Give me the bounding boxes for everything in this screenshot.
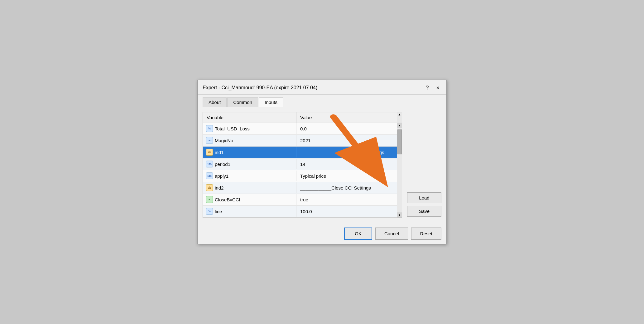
scroll-track bbox=[397, 128, 402, 213]
table-row[interactable]: 123 MagicNo 2021 bbox=[203, 135, 402, 147]
row-variable: ab ind2 bbox=[203, 182, 296, 193]
title-bar: Expert - Cci_Mahmoud1990-EA (expire 2021… bbox=[198, 80, 446, 95]
content-area: Variable Value ▲ ½ Total_USD_Loss 0.0 bbox=[198, 107, 446, 223]
row-value: 100.0 bbox=[296, 207, 402, 216]
dialog-window: Expert - Cci_Mahmoud1990-EA (expire 2021… bbox=[197, 80, 447, 244]
type-icon-v2: ½ bbox=[206, 125, 213, 132]
tab-common[interactable]: Common bbox=[227, 97, 258, 107]
type-icon-123: 123 bbox=[206, 172, 213, 179]
scroll-up-btn[interactable]: ▲ bbox=[398, 113, 401, 116]
window-title: Expert - Cci_Mahmoud1990-EA (expire 2021… bbox=[203, 85, 317, 91]
row-value: 0.0 bbox=[296, 124, 402, 133]
table-row[interactable]: ✓ CloseByCCI true bbox=[203, 194, 402, 206]
row-variable: ½ line bbox=[203, 206, 296, 217]
bottom-bar: OK Cancel Reset bbox=[198, 223, 446, 244]
row-value: Typical price bbox=[296, 171, 402, 181]
help-button[interactable]: ? bbox=[424, 84, 430, 92]
table-row[interactable]: 123 apply1 Typical price bbox=[203, 170, 402, 182]
save-button[interactable]: Save bbox=[407, 206, 441, 217]
type-icon-ab-green: ✓ bbox=[206, 196, 213, 203]
load-button[interactable]: Load bbox=[407, 192, 441, 203]
type-icon-ab: ab bbox=[206, 184, 213, 191]
scroll-thumb[interactable] bbox=[397, 129, 402, 154]
table-row[interactable]: ½ line 100.0 bbox=[203, 206, 402, 218]
header-value: Value bbox=[296, 112, 397, 123]
tab-about[interactable]: About bbox=[203, 97, 227, 107]
scroll-up-button[interactable]: ▲ bbox=[397, 123, 402, 128]
table-row[interactable]: ½ Total_USD_Loss 0.0 bbox=[203, 123, 402, 135]
row-variable: 123 apply1 bbox=[203, 171, 296, 181]
row-value: ____________Open CCI Settings bbox=[296, 148, 402, 157]
row-value: ____________Close CCI Settings bbox=[296, 183, 402, 192]
cancel-button[interactable]: Cancel bbox=[375, 228, 408, 240]
type-icon-v2: ½ bbox=[206, 208, 213, 215]
scrollbar[interactable]: ▲ ▼ bbox=[397, 123, 402, 218]
row-variable: ab ind1 bbox=[203, 147, 296, 157]
title-actions: ? × bbox=[424, 84, 441, 92]
side-buttons-panel: Load Save bbox=[407, 112, 441, 218]
inputs-table: Variable Value ▲ ½ Total_USD_Loss 0.0 bbox=[203, 112, 402, 218]
scroll-down-button[interactable]: ▼ bbox=[397, 213, 402, 218]
reset-button[interactable]: Reset bbox=[411, 228, 441, 240]
table-row[interactable]: ab ind2 ____________Close CCI Settings bbox=[203, 182, 402, 194]
type-icon-ab: ab bbox=[206, 149, 213, 156]
table-row[interactable]: 123 period1 14 bbox=[203, 158, 402, 170]
table-row-selected[interactable]: ab ind1 ____________Open CCI Settings bbox=[203, 147, 402, 158]
type-icon-123: 123 bbox=[206, 137, 213, 144]
row-variable: ✓ CloseByCCI bbox=[203, 194, 296, 205]
table-body: ½ Total_USD_Loss 0.0 123 MagicNo 2021 bbox=[203, 123, 402, 218]
tabs-container: About Common Inputs bbox=[198, 95, 446, 107]
close-button[interactable]: × bbox=[434, 84, 441, 92]
row-variable: 123 MagicNo bbox=[203, 135, 296, 146]
header-variable: Variable bbox=[203, 112, 296, 123]
table-header: Variable Value ▲ bbox=[203, 112, 402, 123]
row-variable: 123 period1 bbox=[203, 159, 296, 169]
row-value: true bbox=[296, 195, 402, 204]
row-value: 14 bbox=[296, 160, 402, 169]
tab-inputs[interactable]: Inputs bbox=[259, 97, 283, 107]
row-variable: ½ Total_USD_Loss bbox=[203, 123, 296, 134]
type-icon-123: 123 bbox=[206, 161, 213, 167]
row-value: 2021 bbox=[296, 136, 402, 145]
scrollbar-up-area: ▲ bbox=[397, 112, 402, 123]
ok-button[interactable]: OK bbox=[344, 228, 372, 240]
